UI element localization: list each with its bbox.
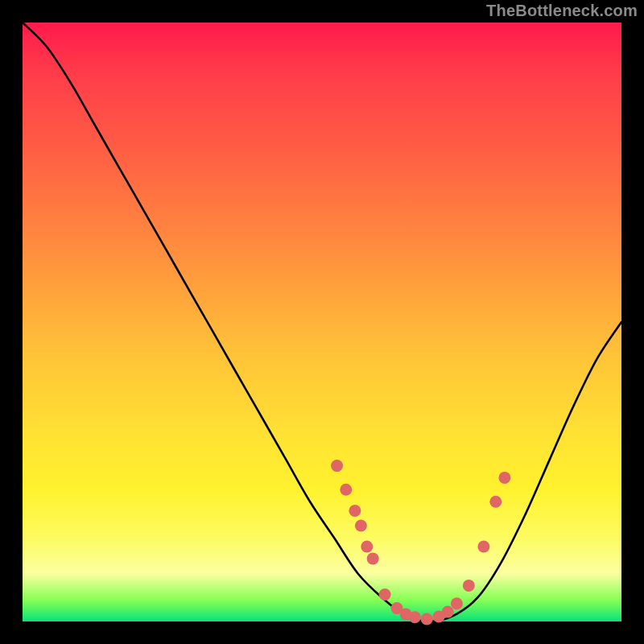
data-marker <box>442 606 454 618</box>
chart-frame: TheBottleneck.com <box>0 0 644 644</box>
data-marker <box>379 588 391 601</box>
data-marker <box>340 484 352 496</box>
data-marker <box>361 541 373 553</box>
chart-svg <box>23 23 621 621</box>
data-marker <box>498 472 510 484</box>
data-marker <box>355 520 367 532</box>
data-marker <box>367 552 379 564</box>
chart-plot-area <box>23 23 621 621</box>
data-marker <box>421 613 433 625</box>
bottleneck-curve <box>23 23 621 621</box>
data-marker <box>463 580 475 592</box>
data-marker <box>331 460 343 472</box>
data-marker <box>409 611 421 623</box>
data-marker <box>451 597 463 609</box>
marker-group <box>331 460 510 625</box>
data-marker <box>477 541 489 553</box>
watermark-text: TheBottleneck.com <box>486 2 638 20</box>
data-marker <box>349 505 361 517</box>
data-marker <box>489 496 502 508</box>
